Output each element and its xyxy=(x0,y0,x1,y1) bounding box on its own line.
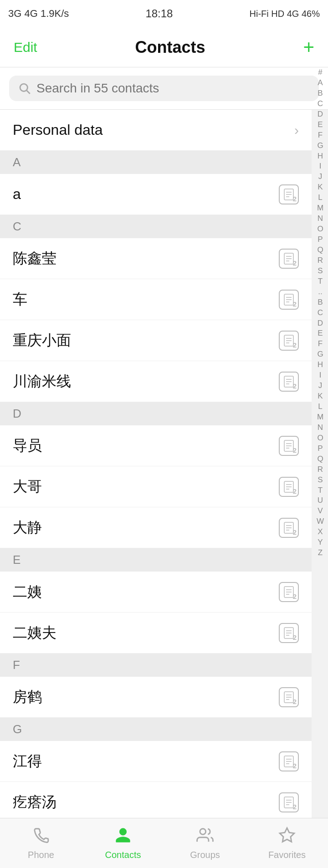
contact-badge: 2 xyxy=(293,803,297,811)
alpha-letter-D[interactable]: D xyxy=(318,318,323,329)
contact-name: 导员 xyxy=(13,436,42,456)
contact-row[interactable]: a 2 xyxy=(0,174,312,215)
contact-badge: 2 xyxy=(293,300,297,308)
alpha-letter-P[interactable]: P xyxy=(318,444,323,454)
alpha-letter-Q[interactable]: Q xyxy=(317,245,323,255)
alpha-letter-U[interactable]: U xyxy=(318,495,323,506)
contact-row[interactable]: 重庆小面 2 xyxy=(0,320,312,361)
alpha-letter-A[interactable]: A xyxy=(318,78,323,88)
contact-card-icon: 2 xyxy=(279,687,299,707)
personal-data-label: Personal data xyxy=(13,122,102,138)
alpha-letter-F[interactable]: F xyxy=(318,339,323,349)
contact-row[interactable]: 大哥 2 xyxy=(0,466,312,507)
alpha-letter-C[interactable]: C xyxy=(318,99,323,109)
contact-row[interactable]: 陈鑫莹 2 xyxy=(0,238,312,279)
alpha-letter-R[interactable]: R xyxy=(318,465,323,475)
contact-row[interactable]: 二姨夫 2 xyxy=(0,613,312,654)
contact-name: 房鹤 xyxy=(13,687,42,707)
alpha-letter-L[interactable]: L xyxy=(318,193,322,203)
nav-bar: Edit Contacts + xyxy=(0,27,328,67)
contact-row[interactable]: 大静 2 xyxy=(0,507,312,548)
contact-row[interactable]: 房鹤 2 xyxy=(0,677,312,718)
page-title: Contacts xyxy=(135,38,205,57)
contacts-icon xyxy=(114,827,132,848)
section-header-A: A xyxy=(0,151,312,174)
alpha-letter-I[interactable]: I xyxy=(319,370,322,381)
contact-row[interactable]: 导员 2 xyxy=(0,425,312,466)
alpha-letter-D[interactable]: D xyxy=(318,109,323,120)
contact-card-icon: 2 xyxy=(279,477,299,497)
alpha-letter-M[interactable]: M xyxy=(317,203,323,214)
contact-row[interactable]: 江得 2 xyxy=(0,741,312,782)
alpha-letter-I[interactable]: I xyxy=(319,161,322,172)
alpha-letter-B[interactable]: B xyxy=(318,297,323,308)
alpha-letter-S[interactable]: S xyxy=(318,266,323,276)
search-input-wrap[interactable] xyxy=(9,76,319,101)
alpha-letter-R[interactable]: R xyxy=(318,255,323,266)
contact-card-icon: 2 xyxy=(279,582,299,602)
personal-data-row[interactable]: Personal data › xyxy=(0,110,312,151)
alpha-letter-H[interactable]: H xyxy=(318,151,323,162)
add-contact-button[interactable]: + xyxy=(303,36,314,58)
contact-row[interactable]: 车 2 xyxy=(0,279,312,320)
svg-point-0 xyxy=(20,84,27,91)
alpha-letter-P[interactable]: P xyxy=(318,235,323,245)
search-bar xyxy=(0,67,328,110)
alpha-letter-T[interactable]: T xyxy=(318,485,323,496)
contact-card-icon: 2 xyxy=(279,331,299,351)
alpha-letter-K[interactable]: K xyxy=(318,182,323,193)
contact-badge: 2 xyxy=(293,762,297,770)
tab-groups-label: Groups xyxy=(190,850,220,860)
alpha-letter-O[interactable]: O xyxy=(317,224,323,235)
search-input[interactable] xyxy=(36,81,310,96)
alpha-letter-M[interactable]: M xyxy=(317,412,323,423)
section-header-G: G xyxy=(0,718,312,741)
tab-phone[interactable]: Phone xyxy=(0,827,82,860)
alpha-letter-F[interactable]: F xyxy=(318,130,323,141)
alpha-letter-E[interactable]: E xyxy=(318,120,323,130)
alpha-letter-W[interactable]: W xyxy=(317,516,324,527)
tab-favorites[interactable]: Favorites xyxy=(246,827,328,860)
alpha-letter-Q[interactable]: Q xyxy=(317,454,323,465)
alpha-letter-C[interactable]: C xyxy=(318,308,323,318)
contact-name: 陈鑫莹 xyxy=(13,249,56,269)
tab-groups[interactable]: Groups xyxy=(164,827,246,860)
contact-row[interactable]: 二姨 2 xyxy=(0,572,312,613)
contact-name: 江得 xyxy=(13,751,42,771)
contact-name: 大哥 xyxy=(13,477,42,497)
alpha-letter-G[interactable]: G xyxy=(317,141,323,151)
section-header-D: D xyxy=(0,402,312,425)
svg-point-54 xyxy=(200,828,206,834)
tab-contacts[interactable]: Contacts xyxy=(82,827,164,860)
alpha-letter-N[interactable]: N xyxy=(318,214,323,224)
alpha-letter-G[interactable]: G xyxy=(317,349,323,360)
alpha-letter-V[interactable]: V xyxy=(318,506,323,516)
tab-phone-label: Phone xyxy=(28,850,54,860)
contact-row[interactable]: 疙瘩汤 2 xyxy=(0,782,312,823)
contact-card-icon: 2 xyxy=(279,623,299,643)
groups-icon xyxy=(196,827,214,848)
alpha-letter-#[interactable]: # xyxy=(318,67,322,78)
alpha-letter-O[interactable]: O xyxy=(317,433,323,444)
alpha-letter-B[interactable]: B xyxy=(318,88,323,99)
contact-badge: 2 xyxy=(293,528,297,536)
alpha-index[interactable]: #ABCDEFGHIJKLMNOPQRST..BCDEFGHIJKLMNOPQR… xyxy=(313,67,328,558)
alpha-letter-..[interactable]: .. xyxy=(318,287,322,297)
alpha-letter-T[interactable]: T xyxy=(318,276,323,287)
alpha-letter-X[interactable]: X xyxy=(318,527,323,537)
contact-card-icon: 2 xyxy=(279,249,299,269)
alpha-letter-E[interactable]: E xyxy=(318,328,323,339)
alpha-letter-J[interactable]: J xyxy=(318,381,323,391)
alpha-letter-Z[interactable]: Z xyxy=(318,548,323,558)
alpha-letter-K[interactable]: K xyxy=(318,391,323,402)
status-left: 3G 4G 1.9K/s xyxy=(8,8,69,20)
alpha-letter-Y[interactable]: Y xyxy=(318,537,323,548)
alpha-letter-L[interactable]: L xyxy=(318,402,322,412)
alpha-letter-S[interactable]: S xyxy=(318,475,323,485)
alpha-letter-J[interactable]: J xyxy=(318,172,323,182)
alpha-letter-N[interactable]: N xyxy=(318,423,323,433)
edit-button[interactable]: Edit xyxy=(14,40,37,55)
alpha-letter-H[interactable]: H xyxy=(318,360,323,370)
contact-row[interactable]: 川渝米线 2 xyxy=(0,361,312,402)
contact-badge: 2 xyxy=(293,633,297,641)
